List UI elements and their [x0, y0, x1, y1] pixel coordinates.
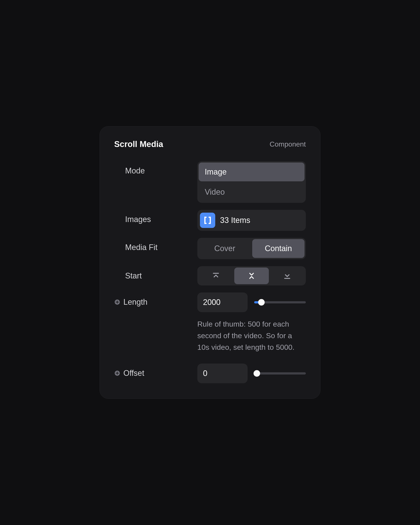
- mode-option-video[interactable]: Video: [199, 183, 305, 201]
- images-field[interactable]: 33 Items: [197, 210, 306, 231]
- row-start: Start: [114, 266, 306, 285]
- plus-circle-icon[interactable]: [114, 370, 120, 376]
- mode-segmented: Image Video: [197, 161, 306, 203]
- row-images: Images 33 Items: [114, 210, 306, 231]
- offset-input[interactable]: [197, 364, 248, 383]
- length-help: Rule of thumb: 500 for each second of th…: [197, 318, 306, 353]
- row-mode: Mode Image Video: [114, 161, 306, 203]
- row-offset: Offset: [114, 364, 306, 383]
- label-images: Images: [125, 215, 151, 224]
- row-media-fit: Media Fit Cover Contain: [114, 238, 306, 259]
- component-panel: Scroll Media Component Mode Image Video …: [100, 126, 320, 399]
- start-bottom[interactable]: [270, 268, 305, 284]
- mode-option-image[interactable]: Image: [199, 162, 305, 181]
- label-media-fit: Media Fit: [125, 243, 158, 252]
- label-length: Length: [123, 298, 148, 307]
- start-center[interactable]: [234, 268, 269, 284]
- offset-slider[interactable]: [254, 369, 306, 377]
- length-input[interactable]: [197, 292, 248, 312]
- panel-title: Scroll Media: [114, 140, 163, 149]
- label-start: Start: [125, 271, 142, 281]
- label-mode: Mode: [125, 166, 145, 175]
- panel-header: Scroll Media Component: [114, 140, 306, 149]
- label-offset: Offset: [123, 369, 144, 378]
- media-fit-segmented: Cover Contain: [197, 238, 306, 259]
- start-segmented: [197, 266, 306, 285]
- images-count: 33 Items: [220, 216, 250, 225]
- panel-subtitle: Component: [270, 140, 306, 148]
- row-length: Length Rule of thumb: 500 for each secon…: [114, 292, 306, 356]
- array-icon: [200, 213, 215, 228]
- length-slider[interactable]: [254, 298, 306, 306]
- media-fit-contain[interactable]: Contain: [252, 239, 305, 258]
- start-top[interactable]: [199, 268, 233, 284]
- plus-circle-icon[interactable]: [114, 299, 120, 305]
- media-fit-cover[interactable]: Cover: [199, 239, 251, 258]
